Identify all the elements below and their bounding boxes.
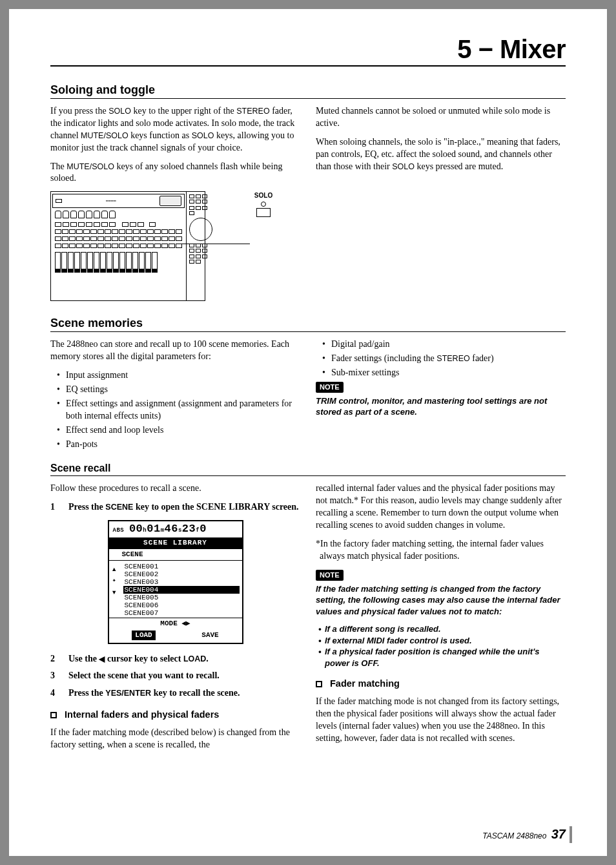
note-text: If the fader matching setting is changed… (316, 583, 566, 618)
diamond-icon: ✦ (112, 578, 116, 584)
scene-recall-left: Follow these procedures to recall a scen… (50, 483, 300, 757)
soloing-p2: The MUTE/SOLO keys of any soloed channel… (50, 161, 300, 185)
soloing-p1: If you press the SOLO key to the upper r… (50, 105, 300, 154)
sub-fader-matching: Fader matching (316, 678, 566, 691)
list-item: If external MIDI fader control is used. (318, 635, 566, 647)
list-item: Effect send and loop levels (59, 424, 300, 437)
lcd-item: SCENE006 (123, 601, 240, 609)
section-scene-memories-title: Scene memories (50, 317, 566, 332)
scene-memories-intro: The 2488neo can store and recall up to 1… (50, 339, 300, 363)
down-arrow-icon: ▾ (112, 588, 117, 597)
lcd-scroll-arrows: ▴✦▾ (112, 565, 117, 597)
section-scene-recall-title: Scene recall (50, 463, 566, 476)
page-footer: TASCAM 2488neo 37 (482, 827, 566, 842)
lcd-screen: ABS 00h01m46s23f0 SCENE LIBRARY SCENE ▴✦… (108, 520, 243, 643)
footer-product: TASCAM 2488neo (482, 831, 546, 840)
list-item: Fader settings (including the STEREO fad… (325, 353, 566, 365)
mixer-panel-illustration: ━━━━ (50, 191, 205, 301)
mixer-figure: ━━━━ (50, 191, 300, 301)
scene-memories-right-list: Digital pad/gain Fader settings (includi… (316, 339, 566, 379)
lcd-item: SCENE005 (123, 594, 240, 601)
fader-matching-p1: If the fader matching mode is not change… (316, 696, 566, 745)
scene-recall-columns: Follow these procedures to recall a scen… (50, 483, 566, 757)
note-badge: NOTE (316, 382, 344, 393)
lcd-item: SCENE002 (123, 570, 240, 578)
list-item: Input assignment (59, 370, 300, 382)
lcd-load: LOAD (132, 631, 155, 640)
footer-page-number: 37 (551, 827, 566, 841)
step-4: 4Press the YES/ENTER key to recall the s… (50, 687, 300, 700)
scene-memories-left-list: Input assignment EQ settings Effect sett… (50, 370, 300, 450)
scene-recall-steps: 1Press the SCENE key to open the SCENE L… (50, 501, 300, 514)
list-item: Effect settings and assignment (assignme… (59, 398, 300, 422)
lcd-title: SCENE LIBRARY (109, 537, 242, 548)
lcd-item: SCENE007 (123, 609, 240, 617)
step-2: 2Use the ◀ cursor key to select LOAD. (50, 653, 300, 665)
step-1: 1Press the SCENE key to open the SCENE L… (50, 501, 300, 514)
lcd-save: SAVE (201, 631, 218, 640)
recall-right-p1: recalled internal fader values and the p… (316, 483, 566, 532)
solo-callout-label: SOLO (254, 191, 272, 200)
soloing-columns: If you press the SOLO key to the upper r… (50, 105, 566, 305)
note-text: TRIM control, monitor, and mastering too… (316, 395, 566, 418)
soloing-right-p2: When soloing channels, the solo is "in-p… (316, 136, 566, 173)
list-item: If a physical fader position is changed … (318, 646, 566, 669)
lcd-header: SCENE (109, 548, 242, 561)
scene-recall-right: recalled internal fader values and the p… (316, 483, 566, 757)
scene-memories-left: The 2488neo can store and recall up to 1… (50, 339, 300, 452)
scene-recall-steps-cont: 2Use the ◀ cursor key to select LOAD. 3S… (50, 653, 300, 700)
note-badge: NOTE (316, 570, 344, 581)
chapter-title: 5 − Mixer (50, 35, 566, 67)
lcd-item: SCENE004 (123, 586, 240, 594)
note-list: If a different song is recalled. If exte… (316, 623, 566, 669)
lcd-bottom-row: LOAD SAVE (109, 629, 242, 643)
lcd-mode: MODE ◀▶ (109, 618, 242, 629)
soloing-right-p1: Muted channels cannot be soloed or unmut… (316, 105, 566, 130)
scene-memories-columns: The 2488neo can store and recall up to 1… (50, 339, 566, 452)
square-bullet-icon (316, 681, 322, 687)
step-3: 3Select the scene that you want to recal… (50, 670, 300, 682)
recall-right-p2: *In the factory fader matching setting, … (316, 538, 566, 563)
solo-led-icon (261, 202, 266, 207)
list-item: EQ settings (59, 384, 300, 396)
footer-accent-bar (570, 826, 572, 843)
manual-page: 5 − Mixer Soloing and toggle If you pres… (9, 9, 607, 856)
solo-button-icon (256, 208, 271, 217)
soloing-right-col: Muted channels cannot be soloed or unmut… (316, 105, 566, 305)
sub-internal-faders: Internal faders and physical faders (50, 709, 300, 722)
scene-memories-right: Digital pad/gain Fader settings (includi… (316, 339, 566, 452)
scene-recall-intro: Follow these procedures to recall a scen… (50, 483, 300, 495)
list-item: Pan-pots (59, 439, 300, 451)
solo-callout: SOLO (238, 191, 289, 217)
list-item: Sub-mixer settings (325, 367, 566, 379)
section-soloing-title: Soloing and toggle (50, 83, 566, 99)
square-bullet-icon (50, 712, 57, 718)
list-item: If a different song is recalled. (318, 623, 566, 635)
lcd-list: ▴✦▾ SCENE001SCENE002SCENE003SCENE004SCEN… (109, 561, 242, 618)
lcd-item: SCENE003 (123, 578, 240, 586)
soloing-left-col: If you press the SOLO key to the upper r… (50, 105, 300, 305)
up-arrow-icon: ▴ (112, 565, 117, 574)
lcd-time: ABS 00h01m46s23f0 (109, 521, 242, 537)
list-item: Digital pad/gain (325, 339, 566, 351)
lcd-item: SCENE001 (123, 563, 240, 570)
internal-faders-p1: If the fader matching mode (described be… (50, 727, 300, 751)
